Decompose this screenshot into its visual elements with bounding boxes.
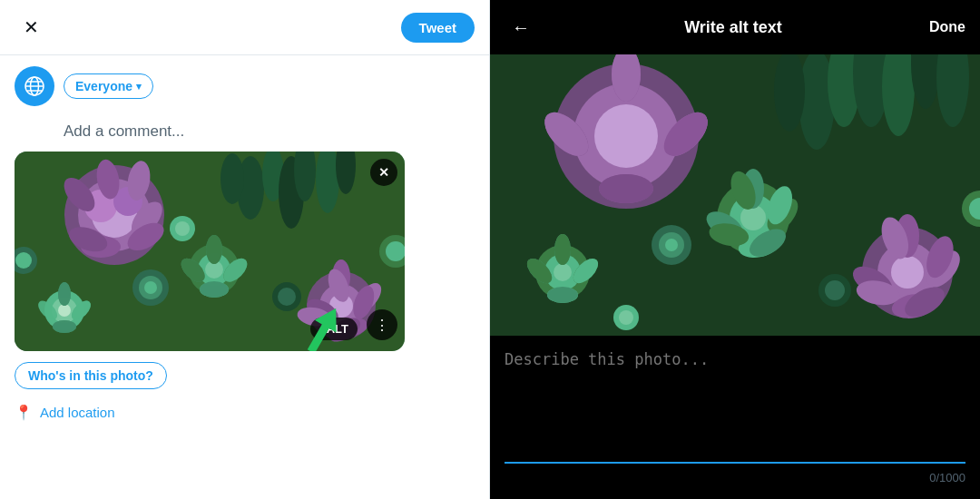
svg-point-125 [665,239,678,251]
svg-point-110 [547,287,578,303]
close-icon: ✕ [24,16,39,38]
location-icon: 📍 [15,404,33,421]
close-button[interactable]: ✕ [15,11,47,44]
svg-point-127 [825,280,845,300]
svg-point-81 [599,174,653,203]
comment-placeholder[interactable]: Add a comment... [15,122,475,141]
add-location-label: Add location [40,405,115,420]
char-count: 0/1000 [505,471,965,484]
svg-point-59 [144,281,157,294]
audience-button[interactable]: Everyone ▾ [64,73,153,99]
svg-point-103 [554,263,572,281]
whos-in-photo-label: Who's in this photo? [28,368,153,383]
tweet-button[interactable]: Tweet [401,13,475,43]
svg-marker-69 [305,302,347,351]
remove-image-button[interactable]: ✕ [370,159,397,186]
whos-in-photo-button[interactable]: Who's in this photo? [15,362,167,389]
svg-point-34 [200,281,229,298]
alt-text-area: 0/1000 [490,336,980,499]
svg-point-92 [740,205,766,230]
avatar [15,66,54,106]
done-label: Done [929,19,965,34]
svg-point-129 [619,310,633,325]
input-underline [505,462,965,464]
svg-point-74 [594,104,658,168]
compose-area: Everyone ▾ Add a comment... [0,55,489,499]
svg-point-65 [386,241,405,261]
audience-label: Everyone [75,79,132,93]
more-options-button[interactable]: ⋮ [367,309,397,340]
svg-point-108 [554,234,571,265]
add-location-row[interactable]: 📍 Add location [15,400,475,425]
done-button[interactable]: Done [929,19,965,35]
panel-title: Write alt text [684,18,782,37]
svg-point-20 [220,153,244,204]
svg-point-63 [175,221,190,236]
right-header: ← Write alt text Done [490,0,980,54]
alt-text-input[interactable] [505,350,965,458]
left-header: ✕ Tweet [0,0,489,55]
image-container: ✕ +ALT ⋮ [15,152,405,351]
user-row: Everyone ▾ [15,66,475,106]
compose-panel: ✕ Tweet Everyone ▾ Add a comment... [0,0,490,499]
back-icon: ← [512,17,530,38]
more-icon: ⋮ [375,317,389,334]
remove-icon: ✕ [378,165,389,180]
svg-point-38 [58,304,71,317]
right-image-preview [490,54,980,336]
chevron-down-icon: ▾ [136,81,142,93]
svg-point-45 [53,320,76,333]
alt-text-panel: ← Write alt text Done [490,0,980,499]
svg-point-61 [278,288,296,306]
svg-point-67 [15,252,32,269]
svg-point-114 [891,256,924,289]
back-button[interactable]: ← [505,11,537,44]
svg-point-43 [58,282,71,306]
svg-point-32 [206,235,222,264]
